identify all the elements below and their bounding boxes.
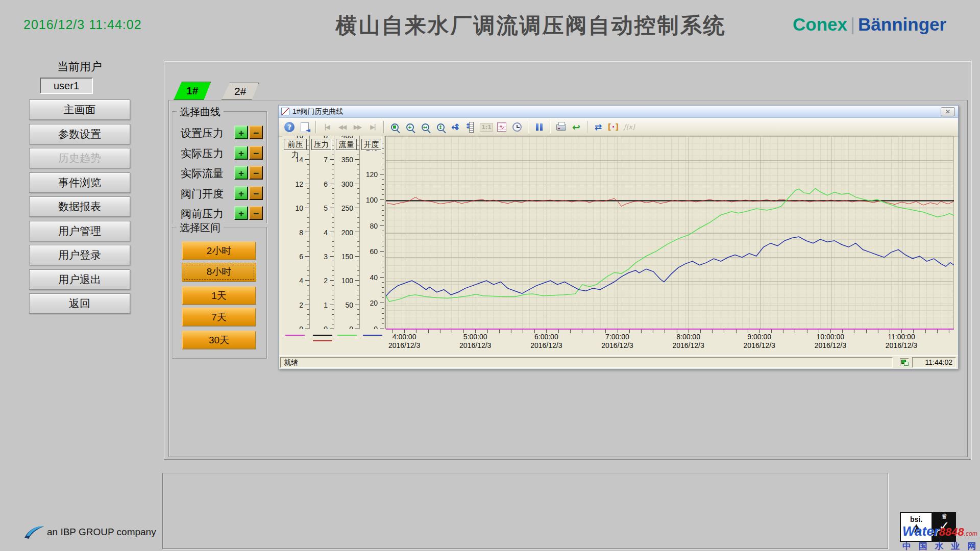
- toolbar-separator: [587, 121, 587, 133]
- axis-tick-label: 40: [370, 273, 378, 282]
- axis-tick-label: 150: [341, 253, 353, 261]
- axis-tick-label: 200: [341, 229, 353, 237]
- chart-window-icon: [281, 108, 289, 115]
- curve-minus-button[interactable]: −: [249, 166, 263, 180]
- toolbar-separator: [550, 121, 550, 133]
- curve-minus-button[interactable]: −: [249, 146, 263, 160]
- curve-row-label: 实际压力: [181, 146, 224, 161]
- series-实际压力: [387, 197, 953, 206]
- axis-tick-label: 80: [370, 222, 378, 230]
- clock-timestamp: 2016/12/3 11:44:02: [23, 17, 142, 32]
- forward-icon[interactable]: ▶▶: [351, 120, 364, 134]
- function-icon[interactable]: ∫[x]: [622, 120, 635, 134]
- range-button-30天[interactable]: 30天: [182, 331, 256, 349]
- zoom-box-icon[interactable]: [388, 120, 401, 134]
- axis-tick-label: 10: [295, 204, 303, 212]
- swap-axes-icon[interactable]: ⇄: [592, 120, 605, 134]
- curve-select-title: 选择曲线: [177, 105, 224, 119]
- zoom-horizontal-icon[interactable]: ↔: [419, 120, 432, 134]
- curve-minus-button[interactable]: −: [249, 206, 263, 220]
- axis-tick-label: 0: [374, 325, 378, 329]
- watermark-cn: 中 国 水 业 网: [902, 540, 980, 551]
- series-实际流量: [386, 188, 954, 302]
- curve-row-label: 阀门开度: [181, 187, 224, 201]
- axis-major-ticks: [330, 136, 334, 329]
- go-first-icon[interactable]: |◀: [320, 120, 333, 134]
- sidebar-button-3[interactable]: 历史趋势: [29, 148, 130, 168]
- axis-tick-label: 2: [299, 301, 303, 309]
- status-text: 就绪: [280, 357, 893, 368]
- scale-ruler-icon[interactable]: [464, 120, 478, 134]
- x-axis-label: 6:00:002016/12/3: [530, 333, 562, 350]
- curve-minus-button[interactable]: −: [249, 186, 263, 200]
- page-title: 横山自来水厂调流调压阀自动控制系统: [336, 11, 726, 40]
- range-button-2小时[interactable]: 2小时: [182, 241, 256, 260]
- y-axis-压力: 012345678压力: [310, 136, 334, 329]
- axis-tick-label: 100: [366, 196, 378, 204]
- axis-tick-label: 300: [341, 180, 353, 188]
- x-axis-label: 8:00:002016/12/3: [672, 333, 704, 350]
- x-axis-label: 7:00:002016/12/3: [601, 333, 633, 350]
- axis-header-button[interactable]: 前压力: [284, 139, 307, 150]
- username-field[interactable]: user1: [40, 78, 93, 94]
- y-axis-流量: 050100150200250300350400流量: [334, 136, 360, 329]
- help-icon[interactable]: ?: [283, 120, 296, 134]
- print-icon[interactable]: [554, 120, 568, 134]
- axis-tick-label: 1: [324, 301, 328, 309]
- axis-tick-label: 0: [324, 325, 328, 329]
- axis-tick-label: 8: [299, 229, 303, 237]
- connection-status-icon: [900, 358, 909, 366]
- axis-tick-label: 4: [299, 277, 303, 285]
- sidebar-button-4[interactable]: 事件浏览: [29, 172, 130, 193]
- axis-tick-label: 0: [299, 325, 303, 329]
- curve-plus-button[interactable]: +: [234, 166, 248, 180]
- axis-major-ticks: [305, 136, 309, 329]
- sidebar-button-8[interactable]: 用户退出: [29, 269, 130, 290]
- axis-tick-label: 60: [370, 247, 378, 256]
- zoom-vertical-icon[interactable]: ↕: [434, 120, 447, 134]
- watermark-8848: 8848: [939, 525, 964, 538]
- properties-icon[interactable]: [298, 120, 311, 134]
- curve-plus-button[interactable]: +: [234, 186, 248, 200]
- x-axis-label: 10:00:002016/12/3: [815, 333, 846, 350]
- axis-header-button[interactable]: 压力: [311, 139, 331, 150]
- x-axis-label: 5:00:002016/12/3: [459, 333, 491, 350]
- sidebar-button-5[interactable]: 数据报表: [29, 196, 130, 217]
- curve-row-label: 实际流量: [181, 166, 224, 181]
- axis-header-button[interactable]: 流量: [336, 139, 357, 150]
- one-to-one-icon[interactable]: 1:1: [480, 120, 493, 134]
- axis-tick-label: 20: [370, 299, 378, 307]
- export-icon[interactable]: ↩: [570, 120, 583, 134]
- brand-separator: |: [847, 14, 858, 34]
- curve-plus-button[interactable]: +: [234, 206, 248, 220]
- axis-tick-label: 120: [366, 170, 378, 179]
- toolbar-separator: [528, 121, 528, 133]
- sidebar-button-1[interactable]: 主画面: [29, 99, 130, 120]
- close-icon[interactable]: ✕: [941, 107, 955, 116]
- zoom-in-icon[interactable]: +: [403, 120, 416, 134]
- axis-tick-label: 350: [341, 156, 353, 164]
- axis-header-button[interactable]: 开度: [361, 139, 381, 150]
- range-button-8小时[interactable]: 8小时: [182, 263, 256, 282]
- rewind-icon[interactable]: ◀◀: [335, 120, 349, 134]
- chart-plot-area[interactable]: [385, 136, 953, 329]
- pause-icon[interactable]: [532, 120, 546, 134]
- range-button-7天[interactable]: 7天: [182, 308, 256, 327]
- curve-plus-button[interactable]: +: [234, 146, 248, 160]
- sidebar-button-9[interactable]: 返回: [29, 293, 130, 314]
- add-trend-icon[interactable]: ∿: [495, 120, 508, 134]
- legend-swatch-流量: [337, 335, 357, 336]
- curve-plus-button[interactable]: +: [234, 126, 248, 139]
- range-button-1天[interactable]: 1天: [182, 286, 256, 305]
- curve-minus-button[interactable]: −: [249, 126, 263, 139]
- pan-icon[interactable]: ↔↕: [449, 120, 462, 134]
- window-titlebar[interactable]: 1#阀门历史曲线 ✕: [279, 106, 958, 118]
- sidebar-button-7[interactable]: 用户登录: [29, 245, 130, 265]
- go-last-icon[interactable]: ▶|: [366, 120, 379, 134]
- sidebar-button-2[interactable]: 参数设置: [29, 124, 130, 144]
- x-axis-label: 9:00:002016/12/3: [744, 333, 775, 350]
- time-range-icon[interactable]: [510, 120, 524, 134]
- sidebar-button-6[interactable]: 用户管理: [29, 221, 130, 241]
- curve-row-label: 设置压力: [181, 126, 224, 140]
- cursor-brackets-icon[interactable]: [·]: [607, 120, 620, 134]
